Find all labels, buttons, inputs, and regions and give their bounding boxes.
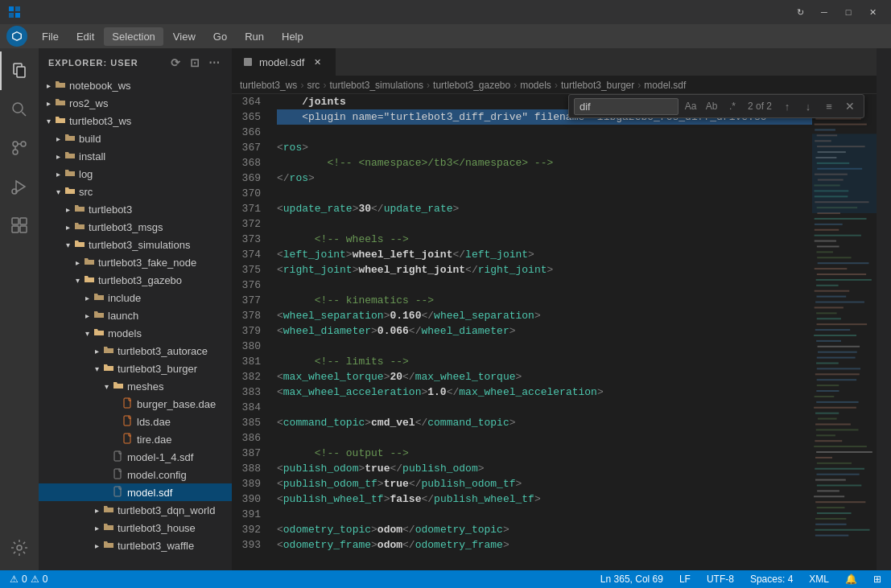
tree-item-turtlebot3_dqn_world[interactable]: ▸turtlebot3_dqn_world (39, 501, 232, 519)
code-content[interactable]: /joints <plugin name="turtlebot3_diff_dr… (270, 94, 812, 570)
tree-label-turtlebot3_gazebo: turtlebot3_gazebo (98, 274, 182, 286)
find-next-button[interactable]: ↓ (799, 97, 817, 115)
activity-bar (0, 48, 39, 570)
find-more-button[interactable]: ≡ (820, 97, 838, 115)
app-logo (6, 26, 27, 47)
run-debug-icon[interactable] (0, 167, 39, 206)
find-input[interactable] (574, 98, 679, 115)
menu-view[interactable]: View (165, 27, 204, 46)
tree-item-lds_dae[interactable]: lds.dae (39, 413, 232, 430)
regex-button[interactable]: .* (724, 97, 741, 115)
tree-item-turtlebot3_ws[interactable]: ▾turtlebot3_ws (39, 112, 232, 130)
settings-icon[interactable] (0, 528, 39, 567)
tree-label-meshes: meshes (127, 380, 164, 393)
tree-item-turtlebot3_autorace[interactable]: ▸turtlebot3_autorace (39, 342, 232, 360)
code-line: <ros> (277, 140, 812, 155)
tree-item-log[interactable]: ▸log (39, 165, 232, 183)
tree-item-model_1_4_sdf[interactable]: model-1_4.sdf (39, 448, 232, 466)
menu-run[interactable]: Run (237, 27, 272, 46)
menu-help[interactable]: Help (274, 27, 311, 46)
whole-word-button[interactable]: Ab (703, 97, 720, 115)
code-line (277, 339, 812, 354)
tree-item-tire_dae[interactable]: tire.dae (39, 430, 232, 448)
breadcrumb-item-6[interactable]: model.sdf (644, 80, 686, 91)
code-line: <wheel_diameter>0.066</wheel_diameter> (277, 323, 812, 339)
status-encoding[interactable]: UTF-8 (703, 570, 737, 588)
status-language[interactable]: XML (806, 570, 832, 588)
match-case-button[interactable]: Aa (682, 97, 699, 115)
tree-item-turtlebot3_burger[interactable]: ▾turtlebot3_burger (39, 360, 232, 377)
tree-item-build[interactable]: ▸build (39, 130, 232, 147)
close-button[interactable]: ✕ (862, 3, 883, 21)
explorer-icon[interactable] (0, 51, 39, 90)
breadcrumb-item-1[interactable]: src (307, 80, 320, 91)
tree-item-turtlebot3[interactable]: ▸turtlebot3 (39, 200, 232, 218)
tree-item-src[interactable]: ▾src (39, 183, 232, 200)
breadcrumb-item-2[interactable]: turtlebot3_simulations (329, 80, 423, 91)
breadcrumb-sep-4: › (555, 80, 558, 91)
status-layout[interactable]: ⊞ (870, 570, 885, 588)
line-number: 375 (232, 262, 261, 278)
menu-file[interactable]: File (34, 27, 67, 46)
tree-item-model_config[interactable]: model.config (39, 466, 232, 483)
tree-item-models[interactable]: ▾models (39, 324, 232, 342)
warning-icon: ⚠ (31, 574, 39, 585)
tree-arrow-notebook_ws: ▸ (42, 79, 55, 92)
sidebar-content: ▸notebook_ws▸ros2_ws▾turtlebot3_ws▸build… (39, 76, 232, 570)
tree-item-turtlebot3_fake_node[interactable]: ▸turtlebot3_fake_node (39, 253, 232, 271)
encoding-label: UTF-8 (707, 574, 734, 585)
line-numbers: 3643653663673683693703713723733743753763… (232, 94, 270, 570)
status-spaces[interactable]: Spaces: 4 (747, 570, 796, 588)
tree-label-turtlebot3_autorace: turtlebot3_autorace (118, 345, 208, 357)
refresh-button[interactable]: ↻ (790, 3, 811, 21)
tree-item-turtlebot3_msgs[interactable]: ▸turtlebot3_msgs (39, 218, 232, 236)
menu-edit[interactable]: Edit (68, 27, 102, 46)
extensions-icon[interactable] (0, 206, 39, 245)
breadcrumb-item-3[interactable]: turtlebot3_gazebo (433, 80, 510, 91)
tree-item-turtlebot3_house[interactable]: ▸turtlebot3_house (39, 519, 232, 537)
tree-item-turtlebot3_gazebo[interactable]: ▾turtlebot3_gazebo (39, 271, 232, 289)
svg-rect-22 (114, 469, 121, 479)
status-notifications[interactable]: 🔔 (842, 570, 860, 588)
maximize-button[interactable]: □ (838, 3, 859, 21)
error-count: 0 (22, 574, 27, 585)
spaces-label: Spaces: 4 (750, 574, 793, 585)
new-folder-button[interactable]: ⊡ (187, 55, 203, 71)
breadcrumb-item-4[interactable]: models (520, 80, 551, 91)
svg-point-10 (13, 150, 18, 154)
find-close-button[interactable]: ✕ (841, 97, 859, 115)
search-icon[interactable] (0, 90, 39, 129)
tree-item-burger_base_dae[interactable]: burger_base.dae (39, 395, 232, 413)
tree-item-install[interactable]: ▸install (39, 147, 232, 165)
tree-item-ros2_ws[interactable]: ▸ros2_ws (39, 94, 232, 112)
tree-item-model_sdf[interactable]: model.sdf (39, 483, 232, 501)
menu-go[interactable]: Go (205, 27, 235, 46)
code-line: <publish_wheel_tf>false</publish_wheel_t… (277, 491, 812, 507)
titlebar-controls: ↻ ─ □ ✕ (790, 3, 883, 21)
breadcrumb-item-5[interactable]: turtlebot3_burger (561, 80, 634, 91)
line-number: 385 (232, 415, 261, 430)
tree-item-notebook_ws[interactable]: ▸notebook_ws (39, 76, 232, 94)
status-errors[interactable]: ⚠ 0 ⚠ 0 (6, 570, 51, 588)
folder-icon-ros2_ws (55, 97, 66, 110)
status-eol[interactable]: LF (676, 570, 694, 588)
tree-item-meshes[interactable]: ▾meshes (39, 377, 232, 395)
find-prev-button[interactable]: ↑ (778, 97, 796, 115)
new-file-button[interactable]: ⟳ (167, 55, 184, 71)
breadcrumb-item-0[interactable]: turtlebot3_ws (240, 80, 297, 91)
tab-close-button[interactable]: ✕ (311, 56, 324, 68)
source-control-icon[interactable] (0, 129, 39, 167)
folder-icon-launch (93, 309, 105, 323)
svg-point-9 (21, 142, 26, 146)
tree-item-turtlebot3_waffle[interactable]: ▸turtlebot3_waffle (39, 537, 232, 554)
status-position[interactable]: Ln 365, Col 69 (597, 570, 666, 588)
line-number: 383 (232, 384, 261, 400)
tab-model-sdf[interactable]: model.sdf ✕ (232, 48, 336, 76)
minimize-button[interactable]: ─ (814, 3, 835, 21)
code-line: <publish_odom_tf>true</publish_odom_tf> (277, 476, 812, 491)
tree-item-launch[interactable]: ▸launch (39, 306, 232, 324)
menu-selection[interactable]: Selection (104, 27, 163, 46)
more-options-button[interactable]: ⋯ (206, 55, 222, 71)
tree-item-include[interactable]: ▸include (39, 289, 232, 306)
tree-item-turtlebot3_simulations[interactable]: ▾turtlebot3_simulations (39, 236, 232, 253)
